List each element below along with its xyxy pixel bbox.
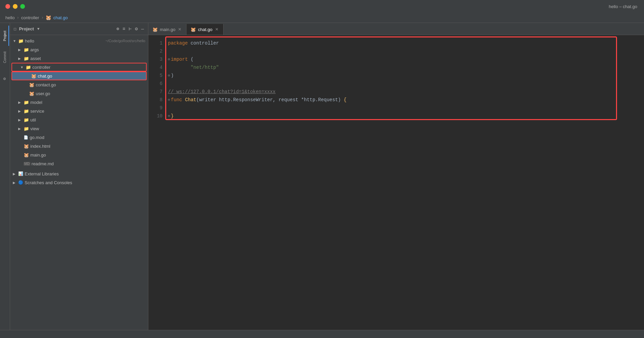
maximize-button[interactable]	[20, 4, 25, 9]
tab-chatgo-icon: 🐹	[191, 27, 196, 32]
tree-item-util[interactable]: ▶ 📁 util	[10, 115, 148, 124]
sidebar-icon-strip: Project Commit ⚙	[0, 23, 10, 330]
tree-item-controller[interactable]: ▼ 📁 controller	[11, 63, 147, 72]
scratches-arrow-icon: ▶	[13, 181, 17, 185]
import-path: "net/http"	[191, 63, 219, 72]
code-line-4: "net/http"	[165, 63, 644, 72]
title-bar: hello – chat.go	[0, 0, 644, 13]
add-content-icon[interactable]: ⊕	[116, 25, 120, 32]
code-line-1: package controller	[165, 39, 644, 47]
util-folder-icon: 📁	[24, 117, 29, 122]
file-tree-content[interactable]: ▼ 📁 hello ~/Code/goRoot/src/hello ▶ 📁 ar…	[10, 35, 148, 330]
model-folder-icon: 📁	[24, 100, 29, 105]
tree-item-asset[interactable]: ▶ 📁 asset	[10, 54, 148, 63]
breadcrumb-controller[interactable]: controller	[21, 15, 39, 20]
tree-item-gomod[interactable]: 📄 go.mod	[10, 133, 148, 142]
settings-icon[interactable]: ⚙	[134, 25, 138, 32]
collapse-all-icon[interactable]: ≡	[122, 26, 126, 32]
package-name: controller	[191, 39, 219, 47]
chatgo-file-icon: 🐹	[31, 74, 36, 79]
service-label: service	[30, 109, 145, 114]
project-folder-icon: ☐	[13, 26, 16, 32]
tree-item-args[interactable]: ▶ 📁 args	[10, 45, 148, 54]
tree-item-hello[interactable]: ▼ 📁 hello ~/Code/goRoot/src/hello	[10, 36, 148, 45]
ws-comment: // ws://127.0.0.1/chat?id=1&token=xxxx	[168, 88, 275, 96]
readmemd-label: readme.md	[32, 161, 145, 166]
open-brace: {	[344, 96, 346, 104]
tree-item-view[interactable]: ▶ 📁 view	[10, 124, 148, 133]
indexhtml-label: index.html	[30, 144, 145, 149]
hello-label: hello	[25, 38, 103, 44]
code-line-5: ⊖)	[165, 72, 644, 80]
tree-item-usergo[interactable]: 🐹 user.go	[10, 89, 148, 98]
code-line-2	[165, 47, 644, 55]
collapse-import-icon[interactable]: ⊖	[168, 55, 170, 63]
model-label: model	[30, 100, 145, 105]
collapse-import-end-icon[interactable]: ⊖	[168, 72, 170, 80]
tree-item-readmemd[interactable]: MD readme.md	[10, 159, 148, 168]
asset-arrow-icon: ▶	[18, 57, 22, 60]
gomod-label: go.mod	[30, 135, 145, 140]
tree-item-scratches[interactable]: ▶ 🔵 Scratches and Consoles	[10, 178, 148, 187]
collapse-func-end-icon[interactable]: ⊖	[168, 112, 170, 120]
contactgo-label: contact.go	[36, 82, 145, 87]
tree-item-chatgo[interactable]: 🐹 chat.go	[11, 72, 147, 80]
breadcrumb-hello[interactable]: hello	[5, 15, 14, 20]
sidebar-extra-tab[interactable]: ⚙	[1, 69, 9, 89]
tree-item-contactgo[interactable]: 🐹 contact.go	[10, 80, 148, 89]
expand-icon[interactable]: ⊢	[128, 25, 132, 32]
indexhtml-file-icon: 🐹	[24, 144, 29, 149]
tab-maingo[interactable]: 🐹 main.go ✕	[148, 24, 186, 35]
code-editor[interactable]: 1 2 3 4 5 6 7 8 9 10 package controller	[148, 35, 644, 330]
code-line-9	[165, 104, 644, 112]
tree-item-service[interactable]: ▶ 📁 service	[10, 107, 148, 115]
tab-chatgo[interactable]: 🐹 chat.go ✕	[186, 24, 224, 35]
tab-maingo-icon: 🐹	[152, 27, 158, 32]
tab-maingo-close[interactable]: ✕	[177, 27, 182, 32]
dropdown-arrow-icon[interactable]: ▼	[37, 27, 40, 31]
tree-item-model[interactable]: ▶ 📁 model	[10, 98, 148, 107]
close-button[interactable]	[5, 4, 10, 9]
hello-path: ~/Code/goRoot/src/hello	[106, 39, 145, 43]
window-title: hello – chat.go	[609, 4, 637, 9]
tab-bar: 🐹 main.go ✕ 🐹 chat.go ✕	[148, 23, 644, 35]
hello-folder-icon: 📁	[18, 38, 24, 44]
collapse-func-icon[interactable]: ⊖	[168, 96, 170, 104]
sidebar-project-tab[interactable]: Project	[1, 26, 9, 46]
sidebar-commit-tab[interactable]: Commit	[1, 47, 9, 67]
file-tree-title: Project	[19, 26, 34, 31]
tree-item-external-libs[interactable]: ▶ 📊 External Libraries	[10, 169, 148, 178]
minimize-button[interactable]	[13, 4, 18, 9]
header-icons: ⊕ ≡ ⊢ ⚙ —	[116, 25, 145, 32]
close-panel-icon[interactable]: —	[141, 26, 145, 32]
tree-item-indexhtml[interactable]: 🐹 index.html	[10, 142, 148, 150]
func-name-chat: Chat	[185, 96, 197, 104]
main-layout: Project Commit ⚙ ☐ Project ▼ ⊕ ≡ ⊢ ⚙ — ▼…	[0, 23, 644, 330]
maingo-label: main.go	[30, 152, 145, 158]
view-arrow-icon: ▶	[18, 127, 22, 131]
code-line-3: ⊖import (	[165, 55, 644, 63]
maingo-file-icon: 🐹	[24, 152, 29, 158]
controller-label: controller	[32, 65, 143, 70]
model-arrow-icon: ▶	[18, 101, 22, 104]
controller-arrow-icon: ▼	[20, 65, 24, 69]
import-paren: (	[188, 55, 194, 63]
tab-maingo-label: main.go	[160, 27, 175, 32]
scratches-icon: 🔵	[18, 180, 23, 185]
indent-space	[168, 63, 191, 72]
service-arrow-icon: ▶	[18, 109, 22, 113]
code-line-7: // ws://127.0.0.1/chat?id=1&token=xxxx	[165, 88, 644, 96]
args-label: args	[30, 47, 145, 52]
code-content[interactable]: package controller ⊖import ( "net/http" …	[165, 35, 644, 330]
keyword-func: func	[171, 96, 182, 104]
util-label: util	[30, 117, 145, 122]
file-tree-panel: ☐ Project ▼ ⊕ ≡ ⊢ ⚙ — ▼ 📁 hello ~/Code/g…	[10, 23, 148, 330]
tab-chatgo-close[interactable]: ✕	[214, 27, 219, 32]
code-line-6	[165, 80, 644, 88]
asset-folder-icon: 📁	[24, 56, 29, 61]
breadcrumb-chatgo[interactable]: chat.go	[53, 15, 68, 20]
tree-item-maingo[interactable]: 🐹 main.go	[10, 150, 148, 159]
service-folder-icon: 📁	[24, 109, 29, 114]
usergo-file-icon: 🐹	[29, 91, 34, 96]
breadcrumb-file-icon: 🐹	[46, 15, 51, 21]
